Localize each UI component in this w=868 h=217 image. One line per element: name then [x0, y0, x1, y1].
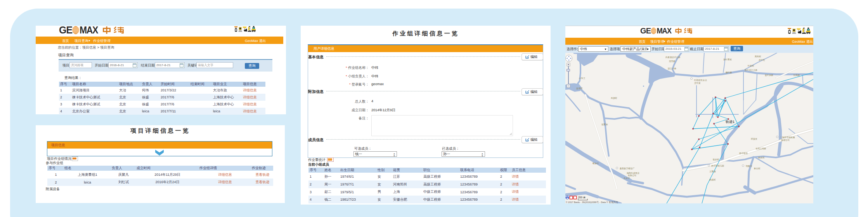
- svg-text:央水圩: 央水圩: [624, 177, 630, 179]
- svg-text:200 米: 200 米: [578, 196, 586, 199]
- svg-text:纪高路: 纪高路: [794, 74, 800, 76]
- svg-text:轨迹1: 轨迹1: [726, 120, 735, 124]
- svg-text:二海恩学校附属: 二海恩学校附属: [780, 136, 795, 139]
- svg-text:取农村: 取农村: [713, 158, 719, 161]
- svg-text:祥浪里: 祥浪里: [751, 138, 757, 140]
- svg-text:连先路: 连先路: [669, 60, 676, 63]
- svg-text:明教寺: 明教寺: [746, 165, 752, 168]
- svg-text:加叶家村: 加叶家村: [723, 58, 732, 61]
- svg-text:西岑村幼儿园: 西岑村幼儿园: [711, 164, 724, 167]
- svg-text:王家埭: 王家埭: [709, 170, 716, 173]
- svg-text:小朱王: 小朱王: [579, 77, 586, 79]
- svg-text:亚湾江湾桥: 亚湾江湾桥: [755, 147, 766, 150]
- svg-text:叶联村饮水点: 叶联村饮水点: [694, 79, 707, 82]
- svg-text:嘉善新力模型厂: 嘉善新力模型厂: [620, 167, 635, 170]
- svg-text:尚泰酒店式公桥: 尚泰酒店式公桥: [665, 56, 681, 59]
- svg-text:© 2017 Baidu - 39(2016)2099号 -: © 2017 Baidu - 39(2016)2099号 - Data © 长地…: [566, 201, 618, 204]
- svg-text:秀田村: 秀田村: [755, 55, 761, 58]
- svg-text:淀江大桥: 淀江大桥: [667, 67, 677, 70]
- svg-text:金叶风桥: 金叶风桥: [765, 74, 774, 76]
- svg-text:贺家厍: 贺家厍: [601, 123, 608, 126]
- svg-text:杨叶路: 杨叶路: [725, 71, 732, 74]
- svg-text:晒乡圩: 晒乡圩: [593, 162, 599, 164]
- svg-text:厍泖村: 厍泖村: [611, 97, 617, 100]
- svg-text:西岑枢纽: 西岑枢纽: [739, 152, 748, 155]
- svg-text:叶香村: 叶香村: [748, 65, 754, 67]
- svg-text:西农村: 西农村: [758, 156, 765, 159]
- svg-text:卫生室: 卫生室: [694, 82, 701, 84]
- svg-text:金屋村: 金屋村: [576, 87, 583, 90]
- svg-text:香叶滨江大桥: 香叶滨江大桥: [745, 69, 758, 72]
- svg-text:西眉村: 西眉村: [709, 178, 716, 181]
- svg-text:桥台村: 桥台村: [754, 167, 761, 170]
- svg-text:水叶红: 水叶红: [759, 59, 765, 61]
- svg-text:有限公司: 有限公司: [628, 174, 636, 177]
- svg-text:物理公司: 物理公司: [781, 139, 790, 142]
